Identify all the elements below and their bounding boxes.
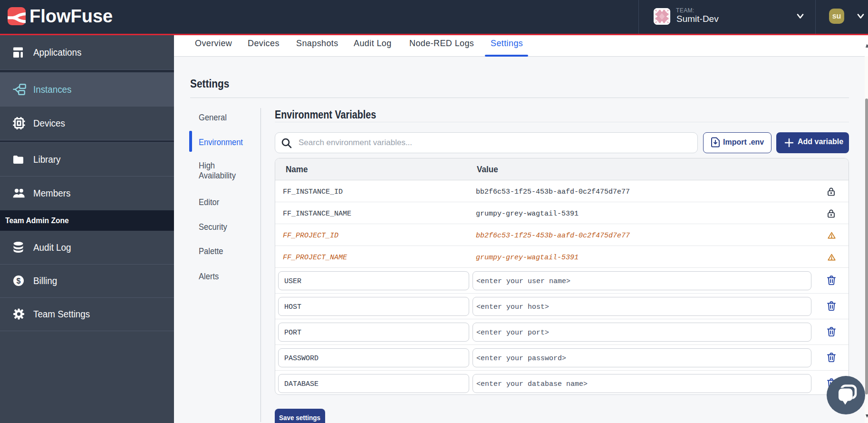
svg-text:$: $ <box>17 277 21 285</box>
